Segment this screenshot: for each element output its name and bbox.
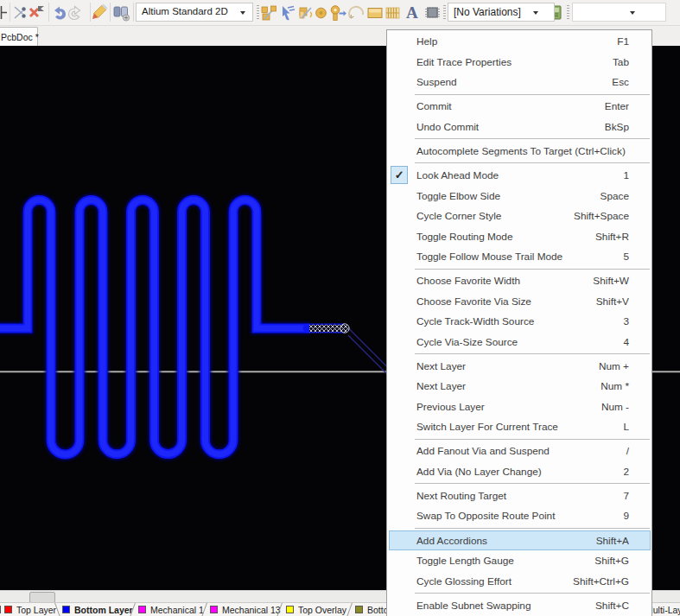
svg-text:A: A xyxy=(406,3,418,22)
